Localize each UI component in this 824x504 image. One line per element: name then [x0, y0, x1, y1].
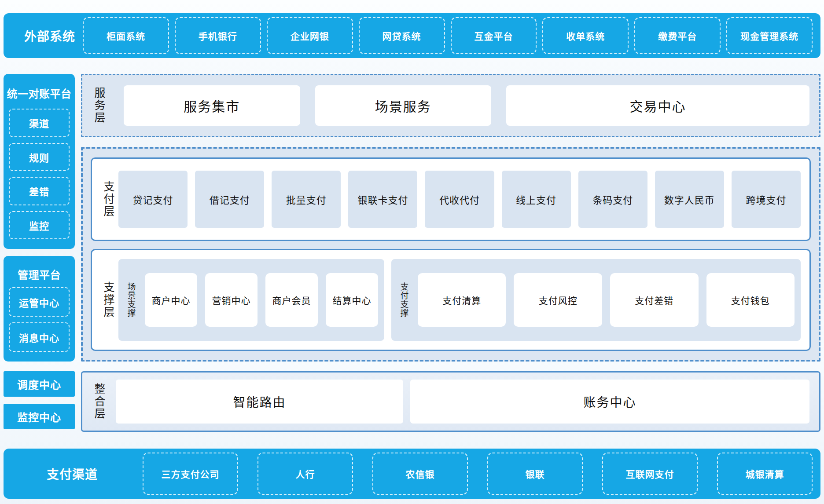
accounting-center-box: 账务中心: [410, 380, 809, 424]
payment-layer: 支付层 贷记支付借记支付批量支付银联卡支付代收代付线上支付条码支付数字人民币跨境…: [91, 157, 811, 241]
service-market-box: 服务集市: [124, 85, 300, 126]
layers-column: 服务层 服务集市 场景服务 交易中心 支付层 贷记支付借记支付批量支付银联卡支付…: [81, 74, 820, 432]
middle-region: 统一对账平台 渠道规则差错监控 管理平台 运管中心消息中心 调度中心 监控中心 …: [4, 74, 820, 432]
reconciliation-item: 差错: [9, 177, 70, 205]
payment-item: 线上支付: [502, 171, 571, 228]
payment-support-item: 支付差错: [610, 273, 699, 327]
reconciliation-item: 监控: [9, 211, 70, 240]
payment-item: 代收代付: [425, 171, 494, 228]
payment-channel-item: 农信银: [372, 453, 468, 495]
payment-items: 贷记支付借记支付批量支付银联卡支付代收代付线上支付条码支付数字人民币跨境支付: [118, 171, 801, 228]
reconciliation-platform-title: 统一对账平台: [4, 85, 74, 101]
dispatch-center-box: 调度中心: [4, 371, 75, 397]
scene-support-item: 营销中心: [205, 273, 258, 327]
external-system-item: 手机银行: [175, 17, 261, 54]
external-system-item: 收单系统: [542, 17, 629, 54]
payment-architecture-diagram: 外部系统 柜面系统手机银行企业网银网贷系统互金平台收单系统缴费平台现金管理系统 …: [0, 0, 824, 504]
management-platform-panel: 管理平台 运管中心消息中心: [4, 256, 75, 362]
reconciliation-items: 渠道规则差错监控: [4, 109, 75, 249]
core-layers-frame: 支付层 贷记支付借记支付批量支付银联卡支付代收代付线上支付条码支付数字人民币跨境…: [81, 147, 820, 362]
scene-support-item: 商户中心: [145, 273, 197, 327]
external-system-item: 互金平台: [451, 17, 537, 54]
payment-item: 贷记支付: [118, 171, 188, 228]
scene-support-items: 商户中心营销中心商户会员结算中心: [145, 273, 378, 327]
external-system-item: 现金管理系统: [726, 17, 813, 54]
external-systems-bar: 外部系统 柜面系统手机银行企业网银网贷系统互金平台收单系统缴费平台现金管理系统: [4, 13, 820, 58]
external-system-item: 柜面系统: [83, 17, 169, 54]
external-systems-items: 柜面系统手机银行企业网银网贷系统互金平台收单系统缴费平台现金管理系统: [83, 13, 820, 58]
payment-channels-bar: 支付渠道 三方支付公司人行农信银银联互联网支付城银清算: [4, 449, 820, 499]
external-system-item: 缴费平台: [634, 17, 721, 54]
payment-support-items: 支付清算支付风控支付差错支付钱包: [418, 273, 795, 327]
payment-layer-label: 支付层: [98, 165, 118, 234]
payment-channel-item: 人行: [258, 453, 353, 495]
payment-item: 跨境支付: [732, 171, 801, 228]
payment-item: 条码支付: [578, 171, 647, 228]
service-layer-label: 服务层: [89, 80, 109, 131]
payment-channels-label: 支付渠道: [4, 465, 143, 482]
integration-layer-label: 整合层: [89, 377, 109, 426]
payment-item: 银联卡支付: [348, 171, 417, 228]
support-layer-label: 支撑层: [98, 256, 118, 343]
payment-support-item: 支付钱包: [706, 273, 795, 327]
scene-support-group: 场景支撑 商户中心营销中心商户会员结算中心: [118, 259, 384, 341]
management-item: 运管中心: [9, 287, 70, 317]
trade-center-box: 交易中心: [506, 85, 809, 126]
payment-support-label: 支付支撑: [396, 282, 412, 318]
reconciliation-item: 渠道: [9, 109, 70, 137]
scene-service-box: 场景服务: [315, 85, 492, 126]
external-systems-label: 外部系统: [4, 27, 83, 44]
payment-item: 批量支付: [272, 171, 341, 228]
integration-layer: 整合层 智能路由 账务中心: [81, 371, 820, 432]
reconciliation-item: 规则: [9, 143, 70, 172]
management-platform-title: 管理平台: [4, 267, 74, 282]
external-system-item: 企业网银: [267, 17, 353, 54]
support-layer: 支撑层 场景支撑 商户中心营销中心商户会员结算中心 支付支撑 支付清算支付风控支…: [91, 249, 811, 351]
payment-channel-item: 城银清算: [717, 453, 813, 495]
payment-channel-item: 银联: [487, 453, 583, 495]
scene-support-label: 场景支撑: [123, 282, 139, 318]
payment-item: 借记支付: [195, 171, 264, 228]
payment-support-item: 支付清算: [418, 273, 506, 327]
scene-support-item: 结算中心: [326, 273, 378, 327]
payment-support-item: 支付风控: [514, 273, 602, 327]
service-layer: 服务层 服务集市 场景服务 交易中心: [81, 74, 820, 137]
management-items: 运管中心消息中心: [4, 287, 75, 362]
management-item: 消息中心: [9, 322, 70, 352]
smart-routing-box: 智能路由: [116, 380, 403, 424]
external-system-item: 网贷系统: [359, 17, 445, 54]
payment-channel-item: 互联网支付: [602, 453, 698, 495]
support-groups: 场景支撑 商户中心营销中心商户会员结算中心 支付支撑 支付清算支付风控支付差错支…: [118, 256, 801, 343]
scene-support-item: 商户会员: [265, 273, 318, 327]
monitor-center-box: 监控中心: [4, 404, 75, 429]
payment-channels-items: 三方支付公司人行农信银银联互联网支付城银清算: [143, 449, 820, 499]
reconciliation-platform-panel: 统一对账平台 渠道规则差错监控: [4, 74, 75, 249]
payment-support-group: 支付支撑 支付清算支付风控支付差错支付钱包: [391, 259, 801, 341]
left-sidebar: 统一对账平台 渠道规则差错监控 管理平台 运管中心消息中心 调度中心 监控中心: [4, 74, 75, 432]
payment-item: 数字人民币: [655, 171, 724, 228]
payment-channel-item: 三方支付公司: [143, 453, 238, 495]
